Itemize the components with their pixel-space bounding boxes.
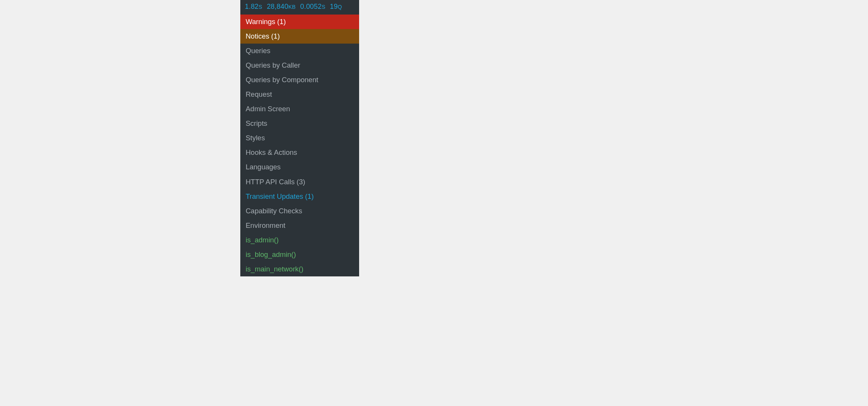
- stats-bar[interactable]: 1.82S 28,840KB 0.0052S 19Q: [240, 0, 359, 15]
- menu-queries-by-caller[interactable]: Queries by Caller: [240, 58, 359, 73]
- menu-capability-checks[interactable]: Capability Checks: [240, 204, 359, 218]
- menu-hooks[interactable]: Hooks & Actions: [240, 145, 359, 160]
- menu-is-main-network[interactable]: is_main_network(): [240, 262, 359, 276]
- stat-time: 1.82S: [245, 3, 262, 11]
- query-monitor-panel: 1.82S 28,840KB 0.0052S 19Q Warnings (1) …: [240, 0, 359, 276]
- menu-transient-updates[interactable]: Transient Updates (1): [240, 189, 359, 204]
- stat-memory: 28,840KB: [267, 3, 295, 11]
- menu-queries-by-component[interactable]: Queries by Component: [240, 73, 359, 87]
- menu-warnings[interactable]: Warnings (1): [240, 15, 359, 29]
- menu-queries[interactable]: Queries: [240, 44, 359, 58]
- menu-admin-screen[interactable]: Admin Screen: [240, 102, 359, 116]
- menu-http-api[interactable]: HTTP API Calls (3): [240, 175, 359, 189]
- menu-scripts[interactable]: Scripts: [240, 116, 359, 131]
- menu-styles[interactable]: Styles: [240, 131, 359, 145]
- menu-is-blog-admin[interactable]: is_blog_admin(): [240, 247, 359, 262]
- stat-dbtime: 0.0052S: [300, 3, 326, 11]
- menu-request[interactable]: Request: [240, 87, 359, 102]
- menu-notices[interactable]: Notices (1): [240, 29, 359, 44]
- menu-environment[interactable]: Environment: [240, 218, 359, 233]
- menu-is-admin[interactable]: is_admin(): [240, 233, 359, 247]
- stat-queries: 19Q: [330, 3, 342, 11]
- menu-languages[interactable]: Languages: [240, 160, 359, 174]
